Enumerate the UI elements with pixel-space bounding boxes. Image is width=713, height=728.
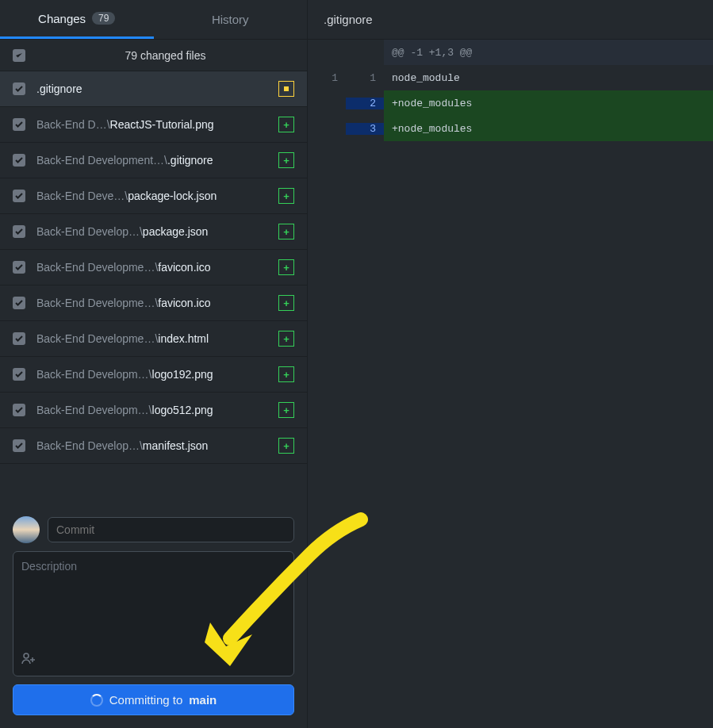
file-label: Back-End Developm…\logo512.png: [36, 404, 267, 416]
commit-button-prefix: Committing to: [109, 693, 183, 707]
file-checkbox[interactable]: [13, 154, 25, 167]
file-label: .gitignore: [36, 82, 267, 95]
commit-description-input[interactable]: Description: [13, 551, 294, 676]
file-row[interactable]: Back-End D…\ReactJS-Tutorial.png+: [0, 107, 307, 143]
tab-history-label: History: [212, 13, 249, 26]
status-added-icon: +: [278, 331, 294, 347]
diff-line[interactable]: 11 node_module: [308, 65, 713, 90]
old-line-number: 1: [308, 72, 346, 84]
file-row[interactable]: Back-End Developme…\favicon.ico+: [0, 250, 307, 285]
new-line-number: 1: [346, 72, 384, 84]
status-added-icon: +: [278, 402, 294, 418]
file-label: Back-End Deve…\package-lock.json: [36, 190, 267, 202]
file-label: Back-End Develop…\manifest.json: [36, 439, 267, 452]
diff-line-content: +node_modules: [384, 90, 713, 116]
file-row[interactable]: Back-End Development…\.gitignore+: [0, 143, 307, 178]
file-row[interactable]: Back-End Developme…\favicon.ico+: [0, 285, 307, 321]
file-row[interactable]: Back-End Develop…\package.json+: [0, 214, 307, 250]
diff-line[interactable]: 2+node_modules: [308, 90, 713, 116]
status-added-icon: +: [278, 366, 294, 382]
file-label: Back-End Developme…\favicon.ico: [36, 261, 267, 274]
file-checkbox[interactable]: [13, 404, 25, 416]
file-label: Back-End Developm…\logo192.png: [36, 368, 267, 381]
avatar: [13, 516, 40, 543]
tab-changes[interactable]: Changes 79: [0, 0, 154, 39]
new-line-number: 3: [346, 123, 384, 135]
select-all-checkbox[interactable]: [13, 49, 25, 62]
tab-changes-label: Changes: [38, 12, 86, 25]
tab-history[interactable]: History: [154, 0, 308, 39]
commit-button[interactable]: Committing to main: [13, 684, 294, 715]
file-label: Back-End Development…\.gitignore: [36, 154, 267, 167]
changed-files-list[interactable]: .gitignoreBack-End D…\ReactJS-Tutorial.p…: [0, 71, 307, 507]
file-row[interactable]: Back-End Developm…\logo192.png+: [0, 357, 307, 393]
file-checkbox[interactable]: [13, 439, 25, 452]
diff-line[interactable]: 3+node_modules: [308, 116, 713, 141]
file-label: Back-End Develop…\package.json: [36, 225, 267, 238]
file-checkbox[interactable]: [13, 190, 25, 202]
commit-summary-input[interactable]: [48, 517, 294, 542]
file-row[interactable]: Back-End Developme…\index.html+: [0, 321, 307, 357]
status-modified-icon: [278, 81, 294, 97]
file-row[interactable]: .gitignore: [0, 71, 307, 107]
file-row[interactable]: Back-End Developm…\logo512.png+: [0, 393, 307, 428]
changes-count-badge: 79: [92, 12, 115, 25]
add-coauthor-icon[interactable]: [21, 652, 37, 668]
changes-sidebar: Changes 79 History 79 changed files .git…: [0, 0, 308, 728]
status-added-icon: +: [278, 188, 294, 204]
file-label: Back-End Developme…\favicon.ico: [36, 297, 267, 309]
spinner-icon: [90, 694, 103, 707]
commit-summary-row: [13, 516, 294, 543]
changed-files-count: 79 changed files: [36, 49, 294, 62]
diff-line-content: node_module: [384, 65, 713, 90]
description-placeholder: Description: [21, 560, 77, 573]
file-row[interactable]: Back-End Develop…\manifest.json+: [0, 428, 307, 464]
status-added-icon: +: [278, 438, 294, 454]
svg-point-0: [24, 653, 29, 658]
file-checkbox[interactable]: [13, 118, 25, 131]
diff-body[interactable]: @@ -1 +1,3 @@11 node_module2+node_module…: [308, 40, 713, 141]
status-added-icon: +: [278, 295, 294, 311]
diff-line-content: +node_modules: [384, 116, 713, 141]
file-row[interactable]: Back-End Deve…\package-lock.json+: [0, 178, 307, 214]
file-checkbox[interactable]: [13, 261, 25, 274]
file-label: Back-End Developme…\index.html: [36, 332, 267, 345]
file-checkbox[interactable]: [13, 82, 25, 95]
status-added-icon: +: [278, 152, 294, 168]
diff-filename: .gitignore: [308, 0, 713, 40]
file-checkbox[interactable]: [13, 297, 25, 309]
changes-header: 79 changed files: [0, 40, 307, 71]
diff-hunk-header: @@ -1 +1,3 @@: [308, 40, 713, 65]
new-line-number: 2: [346, 98, 384, 109]
file-checkbox[interactable]: [13, 225, 25, 238]
commit-button-branch: main: [189, 693, 217, 707]
file-checkbox[interactable]: [13, 368, 25, 381]
file-label: Back-End D…\ReactJS-Tutorial.png: [36, 118, 267, 131]
status-added-icon: +: [278, 259, 294, 275]
status-added-icon: +: [278, 224, 294, 239]
status-added-icon: +: [278, 117, 294, 132]
file-checkbox[interactable]: [13, 332, 25, 345]
commit-form: Description Committing to main: [0, 507, 307, 728]
diff-panel: .gitignore @@ -1 +1,3 @@11 node_module2+…: [308, 0, 713, 728]
sidebar-tabs: Changes 79 History: [0, 0, 307, 40]
